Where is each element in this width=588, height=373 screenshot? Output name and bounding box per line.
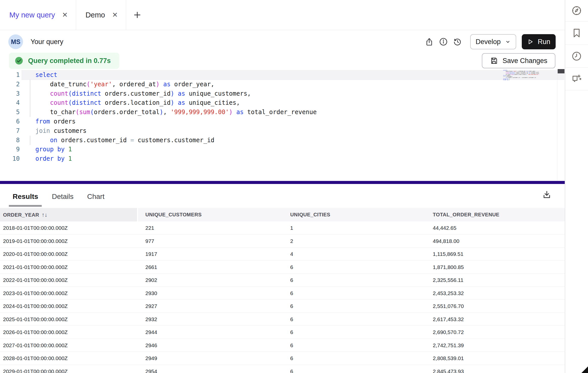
column-header-total-order-revenue[interactable]: TOTAL_ORDER_REVENUE [433,208,500,221]
table-cell: 2954 [145,365,157,373]
column-header-unique-cities[interactable]: UNIQUE_CITIES [290,208,330,221]
table-cell: 2661 [145,261,157,274]
table-cell: 2022-01-01T00:00:00.000Z [3,274,68,287]
indent-guide [30,80,30,117]
table-cell: 2018-01-01T00:00:00.000Z [3,221,68,235]
table-cell: 2,690,570.72 [433,326,464,339]
table-cell: 1 [290,221,293,235]
code-area[interactable]: select date_trunc('year', ordered_at) as… [35,70,317,163]
table-cell: 2902 [145,274,157,287]
run-button-label: Run [538,38,550,46]
line-number-gutter: 12345678910 [0,70,20,163]
tab-my-new-query[interactable]: My new query ✕ [0,0,76,30]
table-cell: 2,551,076.70 [433,300,464,313]
table-header-row: ORDER_YEAR↑↓ UNIQUE_CUSTOMERS UNIQUE_CIT… [0,208,565,221]
line-number: 7 [0,126,20,136]
tab-label: My new query [9,11,55,19]
save-icon [490,57,498,65]
history-button[interactable] [450,35,465,49]
tab-chart[interactable]: Chart [87,193,104,201]
table-row[interactable]: 2022-01-01T00:00:00.000Z290262,325,556.1… [0,274,565,287]
ai-chat-button[interactable] [565,68,588,90]
chevron-down-icon [505,39,511,45]
explore-button[interactable] [565,0,588,22]
table-cell: 2,325,556.11 [433,274,463,287]
check-circle-icon [14,56,24,65]
tab-label: Demo [85,11,105,19]
table-row[interactable]: 2020-01-01T00:00:00.000Z191741,115,869.5… [0,247,565,261]
editor-scroll-track [557,69,557,181]
run-button[interactable]: Run [522,34,556,49]
code-line: order by 1 [503,79,539,80]
close-icon[interactable]: ✕ [62,12,68,18]
table-cell: 1917 [145,247,157,261]
table-row[interactable]: 2029-01-01T00:00:00.000Z295462,845,473.9… [0,365,565,373]
clock-icon [571,51,582,61]
table-cell: 2027-01-01T00:00:00.000Z [3,339,68,352]
bookmark-icon [571,28,582,39]
info-button[interactable] [436,35,450,49]
table-row[interactable]: 2024-01-01T00:00:00.000Z292762,551,076.7… [0,300,565,313]
develop-button[interactable]: Develop [470,34,516,49]
share-button[interactable] [422,35,436,49]
table-row[interactable]: 2019-01-01T00:00:00.000Z9772494,818.00 [0,235,565,248]
new-tab-button[interactable] [126,0,148,30]
chat-sparkle-icon [571,73,582,85]
compass-icon [571,5,582,16]
table-cell: 6 [290,261,293,274]
table-row[interactable]: 2026-01-01T00:00:00.000Z294462,690,570.7… [0,326,565,339]
tab-demo[interactable]: Demo ✕ [76,0,126,30]
table-row[interactable]: 2028-01-01T00:00:00.000Z294962,808,539.0… [0,352,565,365]
table-cell: 6 [290,300,293,313]
panel-resize-splitter[interactable] [0,181,565,184]
table-cell: 494,818.00 [433,235,459,248]
code-line: select [35,70,317,80]
line-number: 4 [0,98,20,108]
line-number: 8 [0,136,20,145]
status-message: Query completed in 0.77s [28,57,111,65]
table-cell: 2,808,539.01 [433,352,464,365]
query-header: MS Your query Develop Run [0,30,565,53]
table-cell: 2,742,751.39 [433,339,464,352]
table-row[interactable]: 2018-01-01T00:00:00.000Z221144,442.65 [0,221,565,235]
table-cell: 2024-01-01T00:00:00.000Z [3,300,68,313]
info-icon [439,37,448,46]
right-sidebar [565,0,588,373]
editor-minimap[interactable]: select date_trunc('year', ordered_at) as… [503,70,539,82]
tab-results[interactable]: Results [13,193,38,201]
table-cell: 2932 [145,313,157,326]
app-window: My new query ✕ Demo ✕ MS Your query Deve… [0,0,588,373]
download-icon [542,190,552,199]
sort-icon[interactable]: ↑↓ [42,212,48,218]
sql-editor[interactable]: 12345678910 select date_trunc('year', or… [0,69,565,181]
plus-icon [133,10,142,19]
column-header-unique-customers[interactable]: UNIQUE_CUSTOMERS [145,208,202,221]
table-body: 2018-01-01T00:00:00.000Z221144,442.65201… [0,221,565,373]
table-cell: 2927 [145,300,157,313]
table-cell: 2020-01-01T00:00:00.000Z [3,247,68,261]
table-row[interactable]: 2023-01-01T00:00:00.000Z293062,453,253.3… [0,287,565,300]
table-cell: 2028-01-01T00:00:00.000Z [3,352,68,365]
history-sidebar-button[interactable] [565,45,588,68]
tab-details[interactable]: Details [52,193,74,201]
table-cell: 6 [290,326,293,339]
table-row[interactable]: 2021-01-01T00:00:00.000Z266161,871,800.8… [0,261,565,274]
query-tab-bar: My new query ✕ Demo ✕ [0,0,565,30]
column-header-order-year[interactable]: ORDER_YEAR↑↓ [3,208,48,221]
results-panel: Results Details Chart ORDER_YEAR↑↓ UNIQU… [0,184,565,373]
bookmarks-button[interactable] [565,22,588,45]
develop-button-label: Develop [476,38,501,46]
editor-scrollbar-thumb[interactable] [558,69,564,73]
download-results-button[interactable] [541,189,553,201]
close-icon[interactable]: ✕ [112,12,118,18]
save-changes-button[interactable]: Save Changes [482,53,555,68]
results-tab-bar: Results Details Chart [13,193,104,201]
table-cell: 2,617,453.32 [433,313,464,326]
window-resize-grip[interactable] [581,366,588,373]
table-row[interactable]: 2027-01-01T00:00:00.000Z294662,742,751.3… [0,339,565,352]
table-cell: 2023-01-01T00:00:00.000Z [3,287,68,300]
table-row[interactable]: 2025-01-01T00:00:00.000Z293262,617,453.3… [0,313,565,326]
table-cell: 6 [290,274,293,287]
code-line: on orders.customer_id = customers.custom… [35,136,317,145]
code-line: count(distinct orders.location_id) as un… [35,98,317,108]
